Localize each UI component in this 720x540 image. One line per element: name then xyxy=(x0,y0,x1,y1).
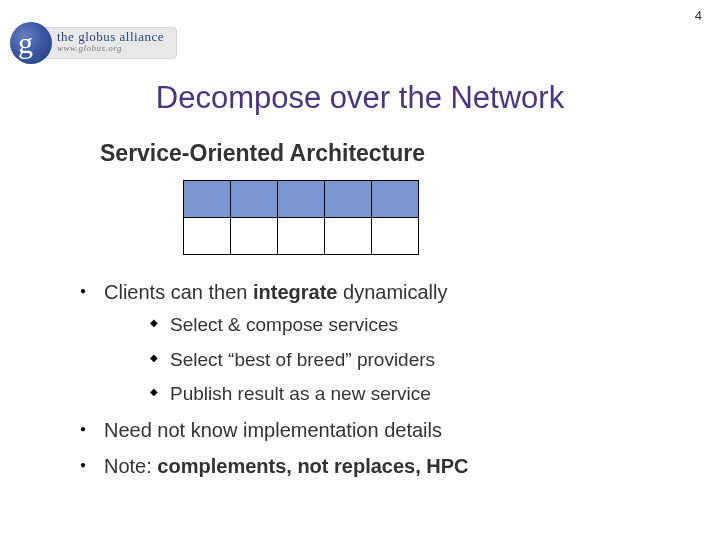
subbullet-select-compose: Select & compose services xyxy=(104,312,690,339)
body-content: Clients can then integrate dynamically S… xyxy=(80,278,690,488)
page-number: 4 xyxy=(695,8,702,23)
bullet-note-strong: complements, not replaces, HPC xyxy=(157,455,468,477)
logo-main-text: the globus alliance xyxy=(57,30,164,44)
architecture-grid xyxy=(183,180,419,255)
subbullet-best-of-breed: Select “best of breed” providers xyxy=(104,347,690,374)
subbullet-publish: Publish result as a new service xyxy=(104,381,690,408)
bullet-integrate: Clients can then integrate dynamically S… xyxy=(80,278,690,408)
slide-subtitle: Service-Oriented Architecture xyxy=(100,140,425,167)
bullet-text-strong: integrate xyxy=(253,281,337,303)
logo-letter: g xyxy=(18,26,33,60)
logo-sub-text: www.globus.org xyxy=(57,44,164,54)
bullet-text-post: dynamically xyxy=(337,281,447,303)
bullet-note-pre: Note: xyxy=(104,455,157,477)
bullet-implementation: Need not know implementation details xyxy=(80,416,690,444)
logo: g the globus alliance www.globus.org xyxy=(10,22,177,64)
globus-logo-icon: g xyxy=(10,22,52,64)
bullet-text-pre: Clients can then xyxy=(104,281,253,303)
bullet-note: Note: complements, not replaces, HPC xyxy=(80,452,690,480)
slide-title: Decompose over the Network xyxy=(0,80,720,116)
